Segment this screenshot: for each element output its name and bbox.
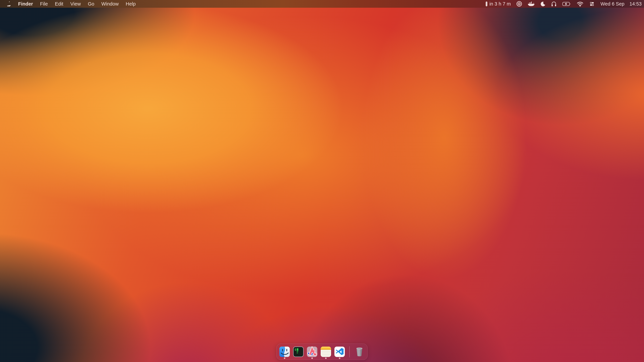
- notes-pad-icon: [320, 347, 331, 357]
- docker-status-item[interactable]: [528, 0, 534, 8]
- menu-app-name[interactable]: Finder: [14, 0, 36, 8]
- menu-file[interactable]: File: [36, 0, 52, 8]
- headphones-icon: [551, 1, 556, 7]
- desktop-wallpaper: [0, 0, 644, 362]
- timer-bar-icon: [486, 1, 487, 6]
- dock-item-notes[interactable]: [320, 344, 331, 360]
- docker-whale-icon: [528, 1, 534, 6]
- finder-face-icon: [279, 347, 290, 357]
- wifi-icon: [577, 1, 584, 6]
- focus-status-item[interactable]: [540, 0, 546, 8]
- running-indicator: [284, 358, 286, 359]
- control-center-status-item[interactable]: [589, 0, 595, 8]
- clock-date: Wed 6 Sep: [600, 1, 624, 7]
- menu-bar: Finder File Edit View Go Window Help in …: [0, 0, 644, 8]
- arc-letter-a-icon: [307, 347, 318, 357]
- dock: $: [276, 344, 368, 360]
- menu-help[interactable]: Help: [122, 0, 139, 8]
- dock-item-arc[interactable]: [307, 344, 318, 360]
- svg-text:$: $: [294, 348, 296, 351]
- audio-status-item[interactable]: [551, 0, 556, 8]
- moon-icon: [540, 1, 546, 6]
- clock-time: 14:53: [630, 1, 642, 7]
- battery-charging-icon: [562, 2, 571, 6]
- menu-bar-status: in 3 h 7 m: [486, 0, 644, 8]
- dock-separator: [349, 346, 350, 357]
- menu-bar-left: Finder File Edit View Go Window Help: [0, 0, 139, 8]
- dock-item-trash[interactable]: [354, 344, 365, 360]
- vscode-mark-icon: [334, 347, 345, 357]
- control-center-icon: [589, 1, 595, 7]
- timer-status-item[interactable]: in 3 h 7 m: [486, 0, 511, 8]
- menu-window[interactable]: Window: [98, 0, 122, 8]
- running-indicator: [325, 358, 327, 359]
- onepassword-status-item[interactable]: [516, 0, 522, 8]
- dock-item-vscode[interactable]: [334, 344, 345, 360]
- running-indicator: [312, 358, 313, 359]
- dock-item-terminal[interactable]: $: [293, 344, 304, 360]
- apple-menu[interactable]: [3, 0, 14, 8]
- terminal-prompt-icon: $: [293, 347, 304, 357]
- menu-edit[interactable]: Edit: [51, 0, 67, 8]
- apple-logo-icon: [7, 1, 11, 6]
- dock-item-finder[interactable]: [279, 344, 290, 360]
- menu-view[interactable]: View: [67, 0, 84, 8]
- menu-go[interactable]: Go: [84, 0, 98, 8]
- menu-bar-clock[interactable]: Wed 6 Sep 14:53: [600, 0, 642, 8]
- trash-bucket-icon: [354, 347, 365, 357]
- running-indicator: [339, 358, 340, 359]
- onepassword-keyhole-icon: [516, 1, 522, 7]
- timer-status-label: in 3 h 7 m: [489, 1, 511, 7]
- battery-status-item[interactable]: [562, 0, 571, 8]
- wifi-status-item[interactable]: [577, 0, 584, 8]
